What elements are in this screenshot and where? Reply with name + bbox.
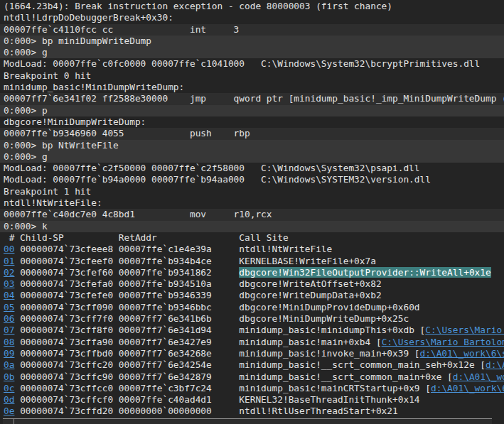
output-line: ModLoad: 00007ffe`c0fc0000 00007ffe`c104… — [0, 58, 504, 70]
disasm-line: 00007ff7`6e341f02 ff2588e30000 jmp qword… — [0, 93, 504, 104]
text: 0:000> bp NtWriteFile — [4, 140, 119, 151]
dml-link[interactable]: 0d — [4, 394, 14, 405]
text: 00007ffe`b9346960 4055 push rbp — [4, 128, 250, 138]
text: 00000074`73cff8f0 00007ff7`6e341d94 mini… — [14, 325, 425, 335]
text: 00000074`73cffbd0 00007ff7`6e34268e mini… — [14, 348, 419, 359]
text: Breakpoint 0 hit — [4, 70, 91, 81]
text: 00000074`73cfefe0 00007ffe`b9346339 dbgc… — [14, 290, 381, 300]
dml-link[interactable]: 0b — [4, 371, 14, 382]
text: ModLoad: 00007ffe`b94a0000 00007ffe`b94a… — [4, 174, 431, 185]
text: 00007ffe`c4110fcc cc int 3 — [4, 24, 239, 35]
text: 0:000> bp miniDumpWriteDump — [4, 36, 151, 46]
text: ModLoad: 00007ffe`c0fc0000 00007ffe`c104… — [4, 58, 480, 69]
output-line: minidump_basic!MiniDumpWriteDump: — [0, 82, 504, 93]
stack-frame-row: 0c 00000074`73cffcc0 00007ffe`c3bf7c24 m… — [0, 383, 504, 394]
text: dbgcore!MiniDumpWriteDump: — [4, 116, 146, 127]
text: 0:000> g — [4, 151, 48, 162]
text: 00000074`73cffcc0 00007ffe`c3bf7c24 mini… — [14, 383, 431, 393]
dml-link[interactable]: 0e — [4, 406, 14, 416]
stack-frame-row: 0b 00000074`73cffc90 00007ff7`6e342879 m… — [0, 371, 504, 383]
output-line: ModLoad: 00007ffe`c2f50000 00007ffe`c2f5… — [0, 163, 504, 174]
text: ntdll!LdrpDoDebuggerBreak+0x30: — [4, 12, 173, 23]
stack-frame-row: 06 00000074`73cff7f0 00007ff7`6e341b6b d… — [0, 313, 504, 325]
text: 0:000> g — [4, 47, 48, 58]
text: 0:000> p — [4, 105, 48, 116]
text: 00000074`73cfeee8 00007ffe`c1e4e39a ntdl… — [14, 244, 332, 254]
text: 0:000> k — [4, 221, 48, 232]
output-line: Breakpoint 1 hit — [0, 186, 504, 197]
text: 00000074`73cff7f0 00007ff7`6e341b6b dbgc… — [14, 313, 409, 324]
prompt-divider — [14, 419, 14, 424]
disasm-line: 00007ffe`b9346960 4055 push rbp — [0, 128, 504, 139]
dml-link[interactable]: 03 — [4, 278, 14, 289]
disasm-line: 00007ffe`c40dc7e0 4c8bd1 mov r10,rcx — [0, 209, 504, 220]
text: 00000074`73cfefa0 00007ffe`b934510a dbgc… — [14, 278, 381, 289]
dml-link[interactable]: d:\A — [486, 359, 504, 370]
output-line: ntdll!LdrpDoDebuggerBreak+0x30: — [0, 12, 504, 23]
dml-link[interactable]: d:\A01\_work\6\s — [420, 348, 504, 359]
text: 00000074`73cffd20 00000000`00000000 ntdl… — [14, 406, 397, 416]
dml-link[interactable]: 08 — [4, 337, 14, 347]
dml-link[interactable]: 00 — [4, 244, 14, 254]
output-line: dbgcore!MiniDumpWriteDump: — [0, 116, 504, 128]
text: 00000074`73cfef60 00007ffe`b9341862 — [14, 267, 239, 278]
dml-link[interactable]: 0a — [4, 359, 14, 370]
selected-call-site: dbgcore!Win32FileOutputProvider::WriteAl… — [239, 267, 490, 278]
dml-link[interactable]: d:\A01\_work\6 — [431, 383, 504, 393]
stack-frame-row: 03 00000074`73cfefa0 00007ffe`b934510a d… — [0, 278, 504, 290]
dml-link[interactable]: 04 — [4, 290, 14, 300]
stack-frame-row: 00 00000074`73cfeee8 00007ffe`c1e4e39a n… — [0, 244, 504, 255]
text: # Child-SP RetAddr Call Site — [4, 232, 289, 243]
dml-link[interactable]: 09 — [4, 348, 14, 359]
input-echo-line: 0:000> g — [0, 151, 504, 163]
text: (1664.23b4): Break instruction exception… — [4, 1, 392, 11]
dml-link[interactable]: 07 — [4, 325, 14, 335]
text: ntdll!NtWriteFile: — [4, 197, 102, 208]
text: 00000074`73cff090 00007ffe`b9346bbc dbgc… — [14, 302, 419, 312]
stack-frame-row: 02 00000074`73cfef60 00007ffe`b9341862 d… — [0, 267, 504, 278]
stack-frame-row: 08 00000074`73cffa90 00007ff7`6e3427e9 m… — [0, 337, 504, 348]
stack-frame-row: 09 00000074`73cffbd0 00007ff7`6e34268e m… — [0, 348, 504, 359]
output-line: (1664.23b4): Break instruction exception… — [0, 1, 504, 12]
text: ModLoad: 00007ffe`c2f50000 00007ffe`c2f5… — [4, 163, 420, 173]
output-line: Breakpoint 0 hit — [0, 70, 504, 82]
dml-link[interactable]: C:\Users\Mario Bartolom — [382, 337, 504, 347]
stack-frame-row: 01 00000074`73cfeef0 00007ffe`b934b4ce K… — [0, 256, 504, 267]
stack-frame-row: 04 00000074`73cfefe0 00007ffe`b9346339 d… — [0, 290, 504, 301]
text: 00000074`73cffc90 00007ff7`6e342879 mini… — [14, 371, 452, 382]
text: Breakpoint 1 hit — [4, 186, 91, 197]
output-line: ModLoad: 00007ffe`b94a0000 00007ffe`b94a… — [0, 174, 504, 185]
text: 00007ffe`c40dc7e0 4c8bd1 mov r10,rcx — [4, 209, 272, 219]
text: 00000074`73cfeef0 00007ffe`b934b4ce KERN… — [14, 256, 376, 266]
text: 00007ff7`6e341f02 ff2588e30000 jmp qword… — [4, 93, 504, 104]
stack-frame-row: 0a 00000074`73cffc20 00007ff7`6e34254e m… — [0, 359, 504, 371]
disasm-line: 00007ffe`c4110fcc cc int 3 — [0, 24, 504, 36]
input-echo-line: 0:000> bp NtWriteFile — [0, 140, 504, 151]
dml-link[interactable]: 0c — [4, 383, 14, 393]
input-echo-line: 0:000> g — [0, 47, 504, 58]
text: minidump_basic!MiniDumpWriteDump: — [4, 82, 184, 92]
stack-frame-row: 05 00000074`73cff090 00007ffe`b9346bbc d… — [0, 302, 504, 313]
dml-link[interactable]: C:\Users\Mario — [425, 325, 504, 335]
dml-link[interactable]: 05 — [4, 302, 14, 312]
dml-link[interactable]: d:\A01\_wo — [453, 371, 504, 382]
input-echo-line: 0:000> p — [0, 105, 504, 116]
dml-link[interactable]: 01 — [4, 256, 14, 266]
debugger-command-window: (1664.23b4): Break instruction exception… — [0, 0, 504, 424]
dml-link[interactable]: 06 — [4, 313, 14, 324]
text: 00000074`73cffcf0 00007ffe`c40ad4d1 KERN… — [14, 394, 419, 405]
output-line: ntdll!NtWriteFile: — [0, 197, 504, 209]
command-input-bar[interactable] — [3, 418, 492, 424]
dml-link[interactable]: 02 — [4, 267, 14, 278]
stack-header-line: # Child-SP RetAddr Call Site — [0, 232, 504, 244]
input-echo-line: 0:000> k — [0, 221, 504, 232]
input-echo-line: 0:000> bp miniDumpWriteDump — [0, 36, 504, 47]
text: 00000074`73cffc20 00007ff7`6e34254e mini… — [14, 359, 486, 370]
stack-frame-row: 0e 00000074`73cffd20 00000000`00000000 n… — [0, 406, 504, 417]
stack-frame-row: 07 00000074`73cff8f0 00007ff7`6e341d94 m… — [0, 325, 504, 336]
text: 00000074`73cffa90 00007ff7`6e3427e9 mini… — [14, 337, 381, 347]
console-output[interactable]: (1664.23b4): Break instruction exception… — [0, 1, 504, 418]
stack-frame-row: 0d 00000074`73cffcf0 00007ffe`c40ad4d1 K… — [0, 394, 504, 406]
